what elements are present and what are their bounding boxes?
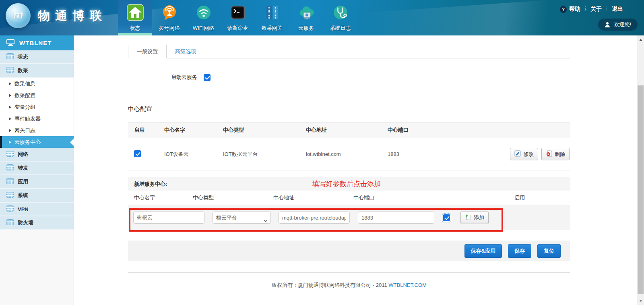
grid-icon	[6, 219, 14, 226]
enable-cloud-label: 启动云服务	[171, 74, 197, 81]
sidebar-item-gateway-log[interactable]: 网关日志	[0, 124, 74, 136]
delete-button[interactable]: 删除	[541, 148, 570, 160]
arrow-right-icon	[9, 106, 11, 109]
logout-link[interactable]: 退出	[612, 6, 623, 13]
app-window: m 物通博联 状态	[0, 0, 644, 305]
edit-icon	[514, 150, 521, 158]
header-links: 帮助 关于 退出	[560, 6, 623, 13]
nav-item-diagnostic[interactable]: 诊断命令	[221, 0, 255, 35]
nav-item-data-gateway[interactable]: 数采网关	[255, 0, 289, 35]
separator	[585, 6, 586, 12]
reset-button[interactable]: 复位	[537, 244, 561, 258]
add-service-center-section: 新增服务中心: 填写好参数后点击添加 中心名字 中心类型 中心地址 中心端口 启…	[128, 177, 570, 230]
save-apply-button[interactable]: 保存&应用	[464, 244, 502, 258]
sidebar-item-data-collection[interactable]: 数采	[0, 64, 74, 78]
center-address-input[interactable]	[279, 212, 350, 224]
scroll-down-arrow-icon[interactable]	[637, 297, 644, 304]
add-section-title: 新增服务中心:	[128, 181, 167, 188]
row-enabled-checkbox[interactable]	[134, 150, 141, 157]
arrow-right-icon	[9, 117, 11, 120]
settings-tabs: 一般设置 高级选项	[128, 46, 570, 58]
edit-button[interactable]: 修改	[510, 148, 538, 160]
row-center-type: IOT数据云平台	[223, 151, 306, 158]
sidebar-item-application[interactable]: 应用	[0, 175, 74, 189]
home-icon	[126, 3, 144, 23]
scroll-up-arrow-icon[interactable]	[637, 36, 644, 43]
center-config-table: 启用 中心名字 中心类型 中心地址 中心端口 IOT设备云 IOT数据云平台 i…	[128, 122, 570, 170]
main-content: 一般设置 高级选项 启动云服务 中心配置 启用 中心名字 中心类型 中心地址 中…	[74, 35, 637, 305]
sidebar-item-event-trigger[interactable]: 事件触发器	[0, 113, 74, 124]
table-row: IOT设备云 IOT数据云平台 iot.wtblnet.com 1883 修改	[128, 138, 570, 170]
vertical-scrollbar[interactable]	[637, 35, 644, 305]
arrow-right-icon	[9, 129, 11, 132]
sidebar-item-cloud-service-center[interactable]: 云服务中心	[0, 136, 74, 148]
center-port-input[interactable]	[358, 212, 434, 224]
device-name-header: WTBLNET	[0, 35, 74, 50]
top-header: m 物通博联 状态	[0, 0, 644, 35]
cloud-service-icon	[297, 3, 316, 23]
footer-divider	[128, 272, 570, 273]
sidebar-item-data-info[interactable]: 数采信息	[0, 78, 74, 89]
dial-network-icon	[160, 3, 179, 23]
enable-cloud-checkbox[interactable]	[204, 74, 211, 81]
center-type-select-wrap: 根云平台	[213, 212, 271, 224]
center-type-select[interactable]: 根云平台	[213, 212, 271, 224]
wifi-icon	[194, 3, 213, 23]
sidebar-item-status[interactable]: 状态	[0, 50, 74, 64]
nav-item-system-log[interactable]: 系统日志	[323, 0, 357, 35]
nav-item-wifi-network[interactable]: WIFI网络	[186, 0, 221, 35]
arrow-right-icon	[9, 82, 11, 85]
sidebar-item-vpn[interactable]: VPN	[0, 203, 74, 216]
add-button[interactable]: 添加	[460, 212, 489, 224]
nav-item-cloud-service[interactable]: 云服务	[289, 0, 323, 35]
user-icon	[605, 22, 610, 27]
delete-icon	[546, 150, 552, 158]
sidebar-item-network[interactable]: 网络	[0, 148, 74, 162]
footer-link[interactable]: WTBLNET.COM	[388, 282, 427, 288]
copyright-year: · 2011	[373, 282, 387, 288]
row-center-address: iot.wtblnet.com	[306, 151, 388, 157]
sidebar-item-system[interactable]: 系统	[0, 189, 74, 203]
grid-icon	[6, 151, 14, 158]
sidebar-item-data-config[interactable]: 数采配置	[0, 89, 74, 101]
add-section-header: 新增服务中心: 填写好参数后点击添加	[128, 177, 570, 191]
terminal-icon	[229, 3, 247, 23]
row-center-name: IOT设备云	[164, 151, 223, 158]
copyright-text: 版权所有：厦门物通博联网络科技有限公司	[272, 282, 371, 288]
save-button[interactable]: 保存	[508, 244, 531, 258]
add-enabled-checkbox[interactable]	[443, 214, 450, 221]
center-name-input[interactable]	[133, 212, 204, 224]
gateway-icon	[263, 3, 281, 23]
sidebar-item-firewall[interactable]: 防火墙	[0, 216, 74, 230]
annotation-text: 填写好参数后点击添加	[312, 179, 381, 189]
footer: 版权所有：厦门物通博联网络科技有限公司 · 2011 WTBLNET.COM	[128, 282, 570, 289]
grid-icon	[6, 192, 14, 199]
form-actions: 保存&应用 保存 复位	[128, 241, 570, 261]
sidebar-item-variable-group[interactable]: 变量分组	[0, 101, 74, 113]
section-title: 中心配置	[128, 105, 570, 112]
tab-advanced-options[interactable]: 高级选项	[167, 45, 204, 58]
arrow-right-icon	[9, 94, 11, 97]
table-header-row: 启用 中心名字 中心类型 中心地址 中心端口	[128, 122, 570, 138]
brand-logo: m 物通博联	[6, 3, 107, 28]
enable-cloud-row: 启动云服务	[128, 74, 570, 81]
grid-icon	[6, 205, 14, 213]
welcome-badge[interactable]: 欢迎您!	[598, 19, 638, 31]
tab-general-settings[interactable]: 一般设置	[128, 45, 167, 58]
nav-item-status[interactable]: 状态	[118, 0, 152, 35]
add-inputs-row: 根云平台	[128, 205, 570, 230]
arrow-right-icon	[9, 141, 11, 144]
sidebar-item-forwarding[interactable]: 转发	[0, 162, 74, 175]
help-icon	[560, 6, 567, 13]
grid-icon	[6, 164, 14, 172]
logo-sphere-icon: m	[6, 3, 31, 28]
about-link[interactable]: 关于	[590, 6, 602, 13]
sidebar: WTBLNET 状态 数采 数采信息 数采配置 变量分组 事件触发器 网关日志	[0, 35, 74, 305]
add-labels-row: 中心名字 中心类型 中心地址 中心端口 启用	[128, 191, 570, 205]
grid-icon	[6, 53, 14, 60]
scrollbar-thumb[interactable]	[638, 85, 644, 294]
help-link[interactable]: 帮助	[560, 6, 580, 13]
nav-item-dial-network[interactable]: 拨号网络	[152, 0, 186, 35]
brand-name: 物通博联	[38, 8, 107, 24]
grid-icon	[6, 178, 14, 185]
